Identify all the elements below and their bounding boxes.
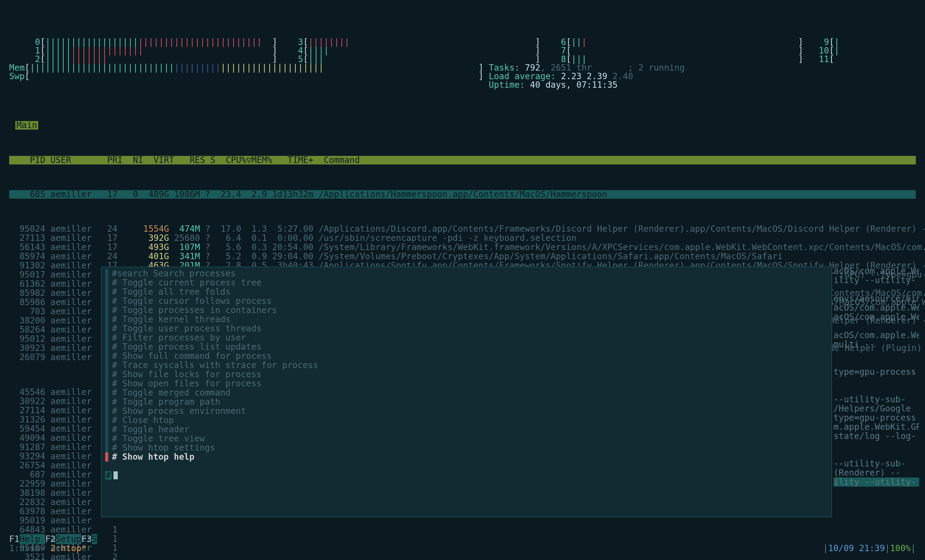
cmd-fragment: --utility-sub-type	[833, 395, 919, 404]
fkey-F2[interactable]: F2	[45, 534, 56, 544]
cmd-fragment	[833, 285, 919, 294]
cmd-fragment: acOS/com.apple.WebK	[833, 331, 919, 340]
popup-item-selected[interactable]: # Show htop help	[105, 452, 828, 462]
cmd-fragment: state/log --log-lev	[833, 432, 919, 441]
tmux-window-1[interactable]: 1:nvim-	[9, 543, 45, 553]
cmd-fragment: m.apple.WebKit.GPU	[833, 422, 919, 432]
popup-item[interactable]: # Toggle process list updates	[105, 342, 828, 351]
tmux-window-2-active[interactable]: 2:htop*	[50, 543, 87, 553]
popup-item[interactable]: # Filter processes by user	[105, 333, 828, 342]
process-row[interactable]: 56143 aemiller 17 493G 107M ? 5.6 0.3 20…	[9, 243, 916, 252]
fzf-popup[interactable]: #search Search processes# Toggle current…	[101, 267, 832, 517]
status-time: 21:39	[859, 543, 885, 553]
cmd-fragment: /Helpers/Google Chr	[833, 404, 919, 413]
cmd-fragment: acOS/com.apple.WebK	[833, 267, 919, 276]
cmd-fragment: --utility-sub-type	[833, 459, 919, 468]
cmd-fragment	[833, 349, 919, 358]
popup-item[interactable]: # Show htop settings	[105, 443, 828, 452]
process-row[interactable]: 85974 aemiller 24 401G 341M ? 5.2 0.9 29…	[9, 252, 916, 261]
cmd-fragment: type=gpu-process --	[833, 413, 919, 422]
process-row[interactable]: 95019 aemiller	[9, 516, 916, 525]
fkey-F1[interactable]: F1	[9, 534, 20, 544]
popup-key-hint	[105, 462, 828, 471]
popup-item[interactable]: # Toggle cursor follows process	[105, 297, 828, 306]
popup-item[interactable]: # Toggle header	[105, 425, 828, 434]
tmux-status-bar: 1:nvim- 2:htop* |10/09 21:39|100%|	[9, 544, 916, 552]
popup-item[interactable]: # Toggle merged command	[105, 388, 828, 397]
cmd-fragment: type=gpu-process --	[833, 368, 919, 377]
cmd-fragment-selected: ility --utility-sub	[833, 477, 919, 486]
cmd-fragment	[833, 358, 919, 368]
process-row[interactable]: 91294 aemiller 1	[9, 534, 916, 543]
fkey-F3[interactable]: F3	[81, 534, 92, 544]
tab-main[interactable]: Main	[15, 121, 38, 130]
popup-item[interactable]: # Show open files for process	[105, 379, 828, 388]
cmd-fragment: envs/aesource/bin/p	[833, 294, 919, 303]
popup-item[interactable]: # Show full command for process	[105, 351, 828, 361]
popup-item[interactable]: # Toggle program path	[105, 397, 828, 407]
popup-item[interactable]: # Toggle user process threads	[105, 324, 828, 333]
column-header[interactable]: PID USER PRI NI VIRT RES S CPU%▽MEM% TIM…	[9, 156, 916, 164]
status-date: 10/09	[828, 543, 854, 553]
status-battery: 100%	[890, 543, 911, 553]
trailing-commands: acOS/com.apple.WebKility --utility-suben…	[833, 267, 919, 486]
cmd-fragment: (Renderer) --type=r	[833, 468, 919, 477]
popup-item[interactable]: # Toggle tree view	[105, 434, 828, 443]
cursor-icon	[113, 471, 118, 479]
cmd-fragment	[833, 450, 919, 459]
popup-header: #search Search processes	[105, 269, 828, 278]
popup-item[interactable]: # Toggle processes in containers	[105, 306, 828, 315]
cmd-fragment: multi --delimiter \	[833, 340, 919, 349]
cmd-fragment: ility --utility-sub	[833, 276, 919, 285]
cmd-fragment	[833, 386, 919, 395]
popup-item[interactable]: # Trace syscalls with strace for process	[105, 361, 828, 370]
popup-input[interactable]: #	[105, 471, 828, 480]
popup-item[interactable]: # Show process environment	[105, 407, 828, 416]
popup-item[interactable]: # Show file locks for process	[105, 370, 828, 379]
process-row[interactable]: 95024 aemiller 24 1554G 474M ? 17.0 1.3 …	[9, 224, 916, 234]
process-row[interactable]: 3521 aemiller 2	[9, 552, 916, 560]
popup-item[interactable]: # Close htop	[105, 416, 828, 425]
cmd-fragment: acOS/com.apple.WebK	[833, 312, 919, 321]
popup-item[interactable]: # Toggle current process tree	[105, 278, 828, 287]
function-key-bar[interactable]: F1Help F2SetupF3S	[9, 535, 97, 543]
process-row[interactable]: 27113 aemiller 17 392G 25680 ? 6.4 0.1 0…	[9, 234, 916, 243]
process-row[interactable]: 64843 aemiller 1	[9, 525, 916, 534]
popup-item[interactable]: # Toggle all tree folds	[105, 287, 828, 297]
cmd-fragment	[833, 377, 919, 386]
cmd-fragment	[833, 441, 919, 450]
popup-item[interactable]: # Toggle kernel threads	[105, 315, 828, 324]
meters-block: 0[||||||||||||||||||||||||||||||||||||||…	[9, 38, 916, 89]
cmd-fragment: acOS/com.apple.WebK	[833, 303, 919, 312]
process-row-selected[interactable]: 685 aemiller 17 0 489G 1086M ? 23.4 2.9 …	[9, 190, 916, 199]
cmd-fragment	[833, 321, 919, 331]
